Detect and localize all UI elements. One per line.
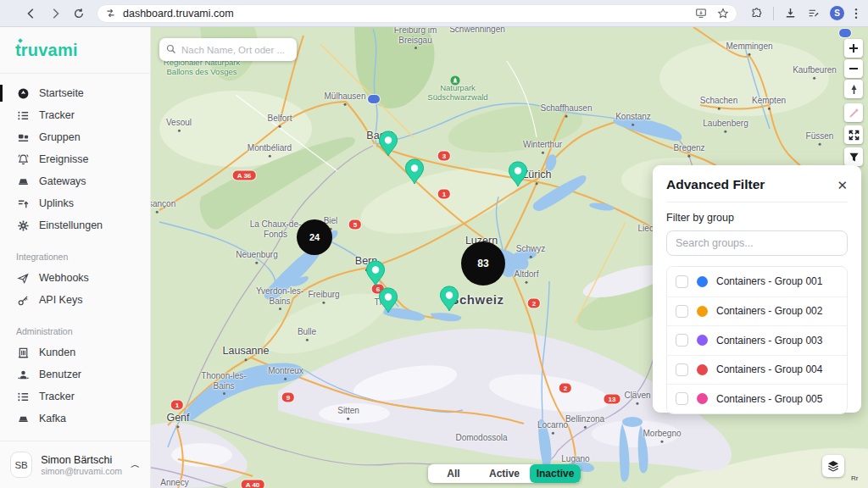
home-icon bbox=[16, 87, 30, 100]
sidebar-item-tracker-admin[interactable]: Tracker bbox=[0, 385, 150, 408]
map-label: Bulle bbox=[298, 327, 316, 341]
group-row[interactable]: Containers - Group 005 bbox=[667, 384, 847, 413]
sidebar-item-einstellungen[interactable]: Einstellungen bbox=[0, 214, 150, 236]
map-label: Altdorf bbox=[515, 269, 539, 284]
back-icon[interactable] bbox=[25, 8, 37, 19]
group-row[interactable]: Containers - Group 004 bbox=[667, 355, 847, 385]
sidebar-item-gruppen[interactable]: Gruppen bbox=[0, 126, 150, 148]
sidebar-item-api-keys[interactable]: API Keys bbox=[0, 289, 150, 311]
sidebar-item-label: Kafka bbox=[39, 413, 66, 424]
forward-icon[interactable] bbox=[49, 8, 61, 19]
tracker-pin[interactable] bbox=[508, 161, 528, 188]
section-title-integrationen: Integrationen bbox=[16, 252, 150, 262]
building-icon bbox=[16, 347, 30, 359]
sidebar-item-webhooks[interactable]: Webhooks bbox=[0, 267, 150, 289]
reload-icon[interactable] bbox=[73, 8, 85, 19]
search-icon bbox=[166, 42, 176, 58]
user-email: simon@truvami.com bbox=[41, 466, 122, 476]
route-shield-blue bbox=[368, 95, 380, 103]
sidebar-item-label: Einstellungen bbox=[39, 219, 103, 231]
draw-button[interactable] bbox=[844, 103, 863, 122]
sidebar-item-kafka[interactable]: Kafka bbox=[0, 408, 150, 430]
tracker-pin[interactable] bbox=[404, 158, 425, 186]
zoom-out-button[interactable] bbox=[844, 59, 863, 78]
status-filter-active[interactable]: Active bbox=[479, 464, 530, 483]
map-label: Montbéliard bbox=[248, 143, 292, 158]
group-checkbox[interactable] bbox=[676, 275, 688, 288]
map-search-input[interactable] bbox=[181, 45, 290, 55]
map-label: Montreux bbox=[268, 366, 303, 380]
sidebar-item-ereignisse[interactable]: Ereignisse bbox=[0, 148, 150, 170]
zoom-in-button[interactable] bbox=[844, 39, 863, 58]
map-label: Schwenningen bbox=[449, 27, 505, 35]
cluster-marker[interactable]: 24 bbox=[297, 219, 332, 255]
map-label: Freiburg im Breisgau bbox=[388, 27, 442, 49]
filter-by-group-label: Filter by group bbox=[666, 212, 848, 224]
map-label: Locarno bbox=[537, 420, 568, 435]
user-menu[interactable]: SB Simon Bärtschi simon@truvami.com ︿ bbox=[0, 441, 150, 488]
sidebar-item-label: Uplinks bbox=[39, 197, 74, 209]
group-label: Containers - Group 003 bbox=[716, 335, 822, 347]
group-row[interactable]: Containers - Group 001 bbox=[667, 267, 847, 297]
app-logo: truvami bbox=[15, 41, 78, 60]
compass-button[interactable] bbox=[844, 80, 863, 98]
address-bar[interactable]: dashboard.truvami.com bbox=[97, 4, 737, 23]
uplink-icon bbox=[16, 197, 30, 210]
group-checkbox[interactable] bbox=[676, 392, 688, 405]
tracker-pin[interactable] bbox=[365, 260, 386, 287]
site-info-icon[interactable] bbox=[105, 8, 116, 19]
status-filter-inactive[interactable]: Inactive bbox=[530, 464, 581, 483]
group-row[interactable]: Containers - Group 002 bbox=[667, 297, 847, 326]
extensions-icon[interactable] bbox=[751, 8, 763, 19]
browser-profile-avatar[interactable]: S bbox=[830, 6, 844, 20]
sidebar-item-kunden[interactable]: Kunden bbox=[0, 341, 150, 363]
layers-button[interactable] bbox=[822, 455, 844, 477]
download-icon[interactable] bbox=[784, 7, 797, 19]
section-title-administration: Administration bbox=[16, 326, 150, 336]
tracker-pin[interactable] bbox=[378, 287, 398, 314]
sidebar-item-benutzer[interactable]: Benutzer bbox=[0, 363, 150, 385]
fullscreen-button[interactable] bbox=[844, 125, 863, 144]
group-row[interactable]: Containers - Group 003 bbox=[667, 325, 847, 355]
close-icon[interactable]: ✕ bbox=[837, 179, 848, 191]
install-icon[interactable] bbox=[695, 8, 707, 19]
sidebar-item-gateways[interactable]: Gateways bbox=[0, 170, 150, 192]
cluster-marker[interactable]: 83 bbox=[461, 241, 505, 286]
map-label: Vesoul bbox=[166, 118, 192, 132]
map-label: Laubenberg bbox=[703, 119, 748, 133]
group-color-dot bbox=[697, 306, 708, 317]
advanced-filter-panel: Advanced Filter ✕ Filter by group Contai… bbox=[653, 165, 861, 413]
map-label: Konstanz bbox=[615, 112, 651, 126]
group-color-dot bbox=[697, 276, 708, 287]
status-filter-all[interactable]: All bbox=[428, 464, 479, 483]
tracker-pin[interactable] bbox=[378, 130, 398, 158]
menu-dots-icon[interactable] bbox=[854, 8, 858, 19]
sidebar-item-uplinks[interactable]: Uplinks bbox=[0, 192, 150, 214]
map-search-box[interactable] bbox=[159, 38, 297, 61]
route-shield: 1 bbox=[438, 190, 450, 199]
sidebar-item-label: Gruppen bbox=[39, 131, 81, 143]
group-list: Containers - Group 001 Containers - Grou… bbox=[666, 266, 848, 414]
filter-funnel-button[interactable] bbox=[844, 147, 863, 166]
map-label-park: Regionaler Naturpark Ballons des Vosges bbox=[162, 58, 242, 77]
sidebar-item-label: Benutzer bbox=[39, 369, 81, 380]
group-checkbox[interactable] bbox=[676, 305, 688, 318]
tracker-pin[interactable] bbox=[439, 286, 459, 313]
group-checkbox[interactable] bbox=[676, 363, 688, 376]
map-canvas[interactable]: Freiburg im Breisgau Schwenningen Memmin… bbox=[151, 27, 868, 488]
bookmark-star-icon[interactable] bbox=[717, 8, 729, 19]
toolbar-list-icon[interactable] bbox=[807, 8, 820, 19]
group-search-input[interactable] bbox=[666, 230, 848, 256]
group-checkbox[interactable] bbox=[676, 334, 688, 347]
route-shield: 2 bbox=[559, 384, 571, 393]
sidebar-item-label: Tracker bbox=[39, 109, 75, 121]
map-label: Annecy bbox=[160, 478, 188, 488]
bell-icon bbox=[16, 153, 30, 166]
user-name: Simon Bärtschi bbox=[41, 454, 122, 466]
map-label: Yverdon-les-Bains bbox=[254, 286, 305, 310]
route-shield: 5 bbox=[349, 220, 361, 230]
sidebar-item-startseite[interactable]: Startseite bbox=[0, 82, 150, 104]
map-label: Schachen bbox=[700, 96, 737, 110]
map-label: Morbegno bbox=[643, 429, 681, 443]
sidebar-item-tracker[interactable]: Tracker bbox=[0, 104, 150, 126]
